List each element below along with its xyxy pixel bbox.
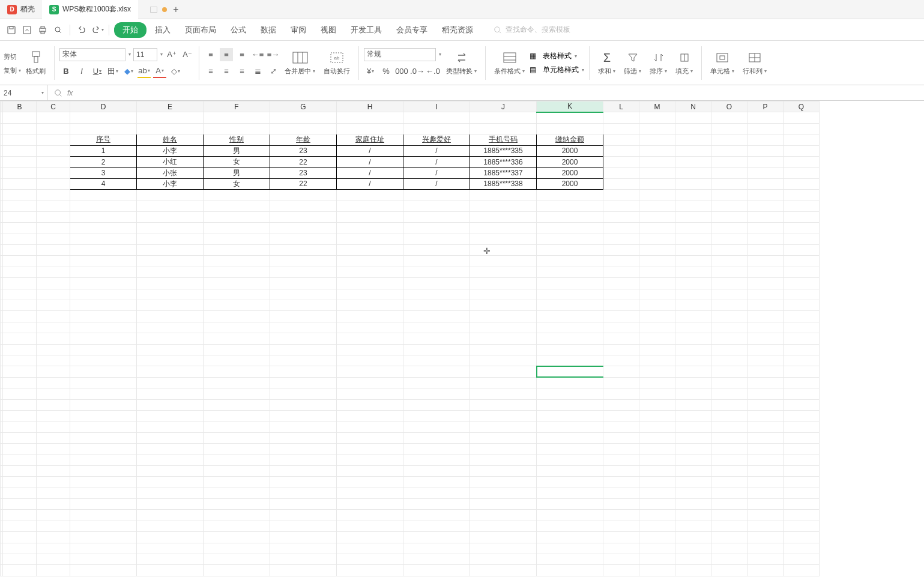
cell-L27[interactable] (603, 399, 639, 410)
cell-Q31[interactable] (784, 444, 820, 455)
cell-P5[interactable] (747, 156, 784, 167)
cell-O3[interactable] (711, 134, 747, 145)
cell-E32[interactable] (137, 455, 204, 465)
cell-N41[interactable] (675, 554, 711, 565)
cell-F11[interactable] (204, 223, 270, 234)
cell-G42[interactable] (270, 565, 337, 576)
cell-M3[interactable] (639, 134, 675, 145)
cell-C10[interactable] (37, 211, 70, 222)
cell-P41[interactable] (747, 554, 784, 565)
align-top-icon[interactable]: ≡ (204, 48, 217, 61)
cell-H6[interactable]: / (337, 168, 403, 178)
cell-B13[interactable] (3, 245, 37, 256)
cell-Q20[interactable] (784, 322, 820, 333)
cell-G11[interactable] (270, 223, 337, 234)
cell-E2[interactable] (137, 123, 204, 134)
cell-P3[interactable] (747, 134, 784, 145)
cell-B41[interactable] (3, 554, 37, 565)
cell-I35[interactable] (403, 488, 470, 498)
cell-P36[interactable] (747, 499, 784, 510)
cell-P38[interactable] (747, 521, 784, 531)
cell-L10[interactable] (603, 211, 639, 222)
cell-C30[interactable] (37, 432, 70, 443)
cell-O42[interactable] (711, 565, 747, 576)
cell-G5[interactable]: 22 (270, 156, 337, 167)
cell-N35[interactable] (675, 488, 711, 498)
cell-C11[interactable] (37, 223, 70, 234)
cell-K23[interactable] (537, 355, 603, 366)
cell-F21[interactable] (204, 333, 270, 344)
cell-I12[interactable] (403, 234, 470, 244)
cell-B24[interactable] (3, 366, 37, 377)
cell-P6[interactable] (747, 168, 784, 178)
cell-D5[interactable]: 2 (70, 156, 137, 167)
cell-G27[interactable] (270, 399, 337, 410)
cell-F5[interactable]: 女 (204, 156, 270, 167)
cell-D26[interactable] (70, 388, 137, 399)
decimal-increase-icon[interactable]: .0→ (411, 65, 424, 78)
cell-M28[interactable] (639, 410, 675, 421)
cell-H33[interactable] (337, 465, 403, 476)
cell-K26[interactable] (537, 388, 603, 399)
cell-N5[interactable] (675, 156, 711, 167)
col-header-P[interactable]: P (747, 101, 784, 112)
cell-D3[interactable]: 序号 (70, 134, 137, 145)
cell-G3[interactable]: 年龄 (270, 134, 337, 145)
cell-Q36[interactable] (784, 499, 820, 510)
cell-J6[interactable]: 1885****337 (470, 168, 537, 178)
cell-Q33[interactable] (784, 465, 820, 476)
col-header-D[interactable]: D (70, 101, 137, 112)
cell-Q1[interactable] (784, 112, 820, 123)
cell-O12[interactable] (711, 234, 747, 244)
cell-H26[interactable] (337, 388, 403, 399)
cell-I22[interactable] (403, 344, 470, 355)
cell-C41[interactable] (37, 554, 70, 565)
cell-P40[interactable] (747, 543, 784, 554)
cell-Q17[interactable] (784, 289, 820, 300)
cell-J34[interactable] (470, 477, 537, 488)
cell-I18[interactable] (403, 300, 470, 311)
menu-tab-review[interactable]: 审阅 (285, 22, 312, 38)
cell-O30[interactable] (711, 432, 747, 443)
menu-tab-formula[interactable]: 公式 (225, 22, 252, 38)
cell-H7[interactable]: / (337, 178, 403, 189)
cell-Q8[interactable] (784, 190, 820, 201)
cell-Q28[interactable] (784, 410, 820, 421)
cell-C22[interactable] (37, 344, 70, 355)
cell-D9[interactable] (70, 201, 137, 211)
cell-P26[interactable] (747, 388, 784, 399)
cell-L25[interactable] (603, 377, 639, 388)
cell-M14[interactable] (639, 256, 675, 267)
cell-J33[interactable] (470, 465, 537, 476)
cell-B4[interactable] (3, 145, 37, 156)
cell-O21[interactable] (711, 333, 747, 344)
cell-N32[interactable] (675, 455, 711, 465)
cell-Q32[interactable] (784, 455, 820, 465)
cell-I13[interactable] (403, 245, 470, 256)
cell-N39[interactable] (675, 532, 711, 543)
cell-M13[interactable] (639, 245, 675, 256)
cell-P16[interactable] (747, 278, 784, 289)
menu-tab-insert[interactable]: 插入 (149, 22, 177, 38)
cell-C2[interactable] (37, 123, 70, 134)
cell-E21[interactable] (137, 333, 204, 344)
cell-F1[interactable] (204, 112, 270, 123)
cell-I34[interactable] (403, 477, 470, 488)
cell-K8[interactable] (537, 190, 603, 201)
cell-H25[interactable] (337, 377, 403, 388)
cell-N18[interactable] (675, 300, 711, 311)
cell-F37[interactable] (204, 510, 270, 521)
cell-E1[interactable] (137, 112, 204, 123)
cell-N31[interactable] (675, 444, 711, 455)
cell-F9[interactable] (204, 201, 270, 211)
cell-J28[interactable] (470, 410, 537, 421)
cell-M38[interactable] (639, 521, 675, 531)
cell-B21[interactable] (3, 333, 37, 344)
cell-N33[interactable] (675, 465, 711, 476)
cell-G19[interactable] (270, 311, 337, 322)
cell-H14[interactable] (337, 256, 403, 267)
cell-G6[interactable]: 23 (270, 168, 337, 178)
cell-M9[interactable] (639, 201, 675, 211)
cell-K37[interactable] (537, 510, 603, 521)
cell-E22[interactable] (137, 344, 204, 355)
